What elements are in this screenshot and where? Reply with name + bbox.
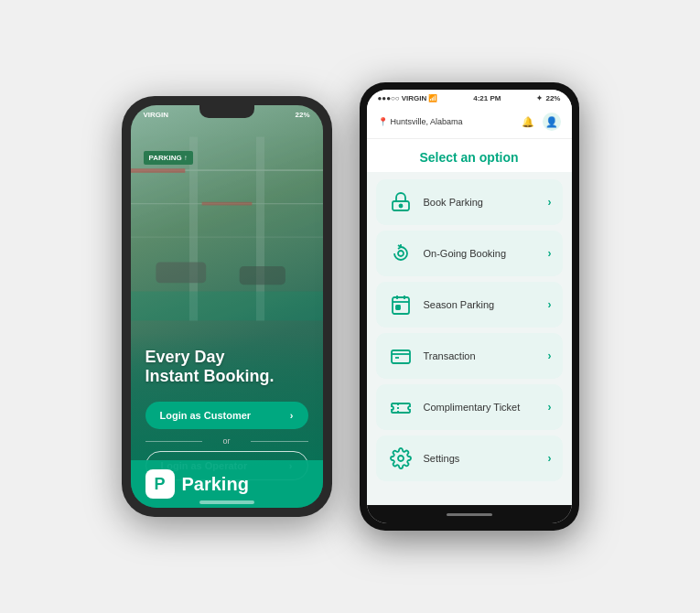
chevron-right-icon: ›: [548, 298, 552, 311]
season-parking-label: Season Parking: [424, 299, 495, 310]
menu-item-transaction[interactable]: Transaction ›: [376, 333, 563, 379]
home-indicator: [199, 500, 254, 504]
chevron-right-icon: ›: [548, 452, 552, 465]
chevron-right-icon: ›: [290, 410, 294, 421]
chevron-right-icon: ›: [548, 196, 552, 209]
status-icons: ✦ 22%: [536, 94, 560, 102]
status-left: ●●●○○ VIRGIN 📶: [378, 94, 438, 102]
parking-app-name: Parking: [182, 474, 249, 495]
settings-label: Settings: [424, 453, 460, 464]
svg-rect-6: [201, 202, 252, 206]
svg-rect-14: [396, 306, 400, 309]
header-icons: 🔔 👤: [519, 113, 561, 131]
season-parking-icon: [387, 291, 415, 318]
location-info: 📍 Huntsville, Alabama: [378, 117, 463, 126]
complimentary-ticket-label: Complimentary Ticket: [424, 402, 521, 413]
user-profile-icon[interactable]: 👤: [543, 113, 561, 131]
svg-rect-13: [393, 297, 409, 314]
svg-rect-9: [131, 291, 323, 320]
svg-point-11: [399, 205, 402, 208]
menu-item-book-parking[interactable]: Book Parking ›: [376, 179, 563, 225]
carrier-text: VIRGIN: [144, 111, 169, 119]
chevron-right-icon: ›: [548, 401, 552, 414]
book-parking-label: Book Parking: [424, 197, 483, 208]
svg-rect-8: [239, 266, 285, 285]
chevron-right-icon: ›: [548, 247, 552, 260]
screen-title: Select an option: [367, 139, 572, 172]
phone2-android: ●●●○○ VIRGIN 📶 4:21 PM ✦ 22% 📍 Huntsvill…: [360, 82, 579, 531]
tagline: Every Day Instant Booking.: [145, 348, 308, 387]
transaction-icon: [387, 342, 415, 370]
chevron-right-icon: ›: [548, 350, 552, 362]
battery-text: 22%: [295, 111, 309, 119]
bottom-indicator: [447, 513, 492, 516]
menu-scroll: Book Parking › On-Going Bookin: [367, 172, 572, 505]
location-pin-icon: 📍: [378, 117, 388, 126]
book-parking-icon: [387, 188, 415, 216]
phone1-iphone: PARKING ↑ VIRGIN 4:21 PM 22% Every Day I…: [122, 96, 332, 517]
phone2-time: 4:21 PM: [473, 94, 501, 102]
menu-item-complimentary-ticket[interactable]: Complimentary Ticket ›: [376, 384, 563, 430]
menu-item-ongoing-booking[interactable]: On-Going Booking ›: [376, 231, 563, 276]
parking-sign: PARKING ↑: [144, 151, 193, 165]
notification-icon[interactable]: 🔔: [519, 113, 537, 131]
svg-point-12: [398, 251, 404, 256]
svg-point-16: [398, 456, 404, 461]
menu-item-settings[interactable]: Settings ›: [376, 436, 563, 481]
complimentary-ticket-icon: [387, 393, 415, 421]
phone2-status-bar: ●●●○○ VIRGIN 📶 4:21 PM ✦ 22%: [367, 90, 572, 107]
login-customer-button[interactable]: Login as Customer ›: [145, 402, 308, 429]
phone2-header: 📍 Huntsville, Alabama 🔔 👤: [367, 107, 572, 139]
svg-rect-15: [392, 350, 410, 363]
svg-rect-7: [156, 263, 206, 284]
bluetooth-icon: ✦: [536, 94, 543, 102]
menu-item-season-parking[interactable]: Season Parking ›: [376, 282, 563, 328]
phone2-bottom-bar: [367, 505, 572, 523]
parking-logo-icon: P: [145, 469, 175, 499]
transaction-label: Transaction: [424, 350, 476, 361]
or-divider: or: [145, 436, 308, 446]
ongoing-booking-label: On-Going Booking: [424, 248, 507, 259]
svg-rect-5: [131, 168, 185, 173]
phone1-notch: [199, 105, 254, 118]
settings-icon: [387, 445, 415, 472]
location-text: Huntsville, Alabama: [391, 117, 463, 126]
ongoing-booking-icon: [387, 240, 415, 267]
phones-container: PARKING ↑ VIRGIN 4:21 PM 22% Every Day I…: [103, 64, 598, 549]
